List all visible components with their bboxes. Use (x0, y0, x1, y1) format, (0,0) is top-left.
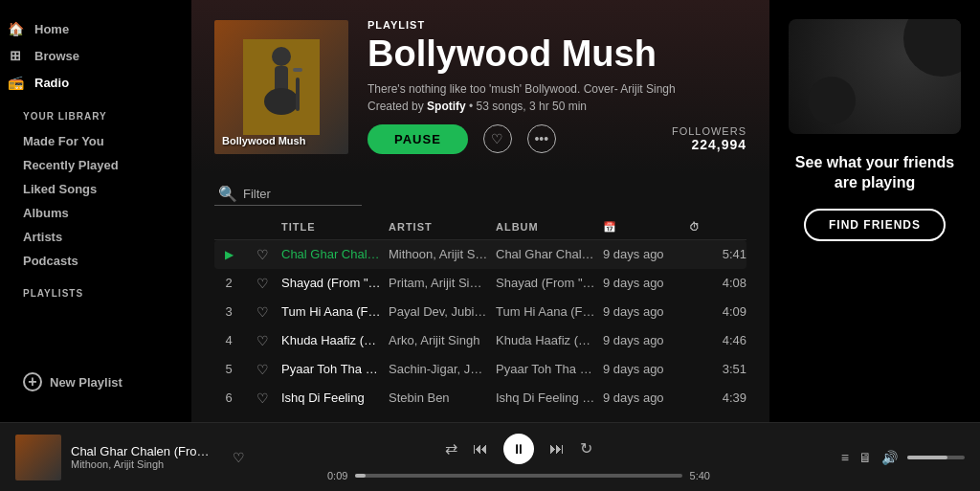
track-title-4: Khuda Haafiz (From "The Body") (281, 333, 389, 347)
like-playlist-button[interactable]: ♡ (483, 124, 512, 153)
track-title-1: Chal Ghar Chalen (From "Malang - Unleash… (281, 247, 389, 261)
track-row[interactable]: 5 ♡ Pyaar Toh Tha (From "Bala") Sachin-J… (214, 355, 746, 384)
shuffle-button[interactable]: ⇄ (445, 439, 457, 458)
followers-info: FOLLOWERS 224,994 (672, 125, 746, 152)
creator-link[interactable]: Spotify (427, 100, 466, 113)
header-num (214, 221, 243, 234)
track-duration-2: 4:08 (689, 276, 746, 290)
right-panel-graphic (789, 19, 961, 134)
header-like (243, 221, 281, 234)
progress-bar[interactable] (355, 474, 681, 478)
volume-bar[interactable] (907, 456, 965, 459)
filter-row: 🔍 (214, 173, 746, 215)
track-header: TITLE ARTIST ALBUM 📅 ⏱ (214, 215, 746, 240)
new-playlist-button[interactable]: + New Playlist (23, 372, 168, 391)
track-row[interactable]: 2 ♡ Shayad (From "Love Aaj Kal") Pritam,… (214, 269, 746, 298)
track-like-button-5[interactable]: ♡ (243, 362, 281, 377)
find-friends-button[interactable]: FIND FRIENDS (804, 209, 946, 241)
sidebar-item-radio[interactable]: 📻Radio (0, 69, 191, 96)
track-title-3: Tum Hi Aana (From "Marjaavaan") (281, 304, 389, 319)
sidebar-library-liked-songs[interactable]: Liked Songs (0, 177, 191, 201)
track-num-3: 3 (214, 304, 243, 319)
track-date-1: 9 days ago (603, 247, 689, 261)
playlist-meta: Created by Spotify • 53 songs, 3 hr 50 m… (368, 100, 746, 113)
sidebar-nav-items: 🏠Home⊞Browse📻Radio (0, 15, 191, 96)
play-pause-button[interactable]: ⏸ (503, 434, 534, 464)
playlist-cover: Bollywood Mush (214, 20, 348, 154)
track-artist-6: Stebin Ben (389, 391, 496, 405)
track-row[interactable]: ▶ ♡ Chal Ghar Chalen (From "Malang - Unl… (214, 240, 746, 269)
playlist-info: PLAYLIST Bollywood Mush There's nothing … (368, 19, 746, 154)
devices-button[interactable]: 🖥 (858, 450, 872, 465)
sidebar-bottom: + New Playlist (0, 357, 191, 407)
sidebar-library-made-for-you[interactable]: Made For You (0, 129, 191, 153)
playlist-song-count: • (469, 100, 477, 113)
created-by-label: Created by (368, 100, 424, 113)
track-num-5: 5 (214, 362, 243, 376)
sidebar-item-label-browse: Browse (34, 49, 79, 63)
track-num-6: 6 (214, 391, 243, 405)
svg-rect-5 (293, 68, 302, 72)
sidebar: 🏠Home⊞Browse📻Radio YOUR LIBRARY Made For… (0, 0, 191, 422)
deco-circle-1 (903, 19, 961, 77)
sidebar-item-browse[interactable]: ⊞Browse (0, 42, 191, 69)
previous-button[interactable]: ⏮ (473, 440, 488, 458)
queue-button[interactable]: ≡ (841, 450, 849, 465)
track-like-button-1[interactable]: ♡ (243, 247, 281, 262)
playlist-description: There's nothing like too 'mush' Bollywoo… (368, 82, 746, 96)
sidebar-library-podcasts[interactable]: Podcasts (0, 249, 191, 273)
new-playlist-label: New Playlist (50, 375, 122, 390)
track-like-button-3[interactable]: ♡ (243, 304, 281, 320)
playlist-duration: 53 songs, 3 hr 50 min (477, 100, 587, 113)
library-items: Made For YouRecently PlayedLiked SongsAl… (0, 129, 191, 273)
filter-input[interactable] (243, 187, 358, 201)
sidebar-library-artists[interactable]: Artists (0, 225, 191, 249)
track-list-container[interactable]: 🔍 TITLE ARTIST ALBUM 📅 ⏱ ▶ ♡ Chal Ghar C… (191, 173, 769, 422)
track-duration-6: 4:39 (689, 391, 746, 405)
next-button[interactable]: ⏭ (549, 440, 565, 458)
playlist-actions: PAUSE ♡ ••• FOLLOWERS 224,994 (368, 124, 746, 154)
track-date-3: 9 days ago (603, 304, 689, 319)
repeat-button[interactable]: ↻ (580, 439, 592, 458)
library-section-title: YOUR LIBRARY (0, 96, 191, 129)
track-num-1: ▶ (214, 247, 243, 261)
volume-fill (907, 456, 947, 459)
now-playing-bar: Chal Ghar Chalen (From "Mal... Mithoon, … (0, 422, 980, 491)
main-layout: 🏠Home⊞Browse📻Radio YOUR LIBRARY Made For… (0, 0, 980, 422)
header-date: 📅 (603, 221, 689, 234)
track-date-4: 9 days ago (603, 333, 689, 347)
track-like-button-6[interactable]: ♡ (243, 391, 281, 406)
track-album-5: Pyaar Toh Tha (From "Bala") (496, 362, 603, 376)
playlist-title: Bollywood Mush (368, 34, 746, 75)
sidebar-item-label-home: Home (34, 22, 69, 36)
svg-rect-4 (296, 78, 300, 111)
cover-art (243, 39, 320, 135)
filter-input-wrap[interactable]: 🔍 (214, 183, 362, 206)
right-panel-title: See what your friends are playing (789, 153, 961, 193)
content-area: Bollywood Mush PLAYLIST Bollywood Mush T… (191, 0, 769, 422)
cover-text: Bollywood Mush (222, 135, 305, 146)
more-options-button[interactable]: ••• (527, 124, 556, 153)
track-row[interactable]: 6 ♡ Ishq Di Feeling Stebin Ben Ishq Di F… (214, 384, 746, 413)
sidebar-library-albums[interactable]: Albums (0, 201, 191, 225)
player-controls: ⇄ ⏮ ⏸ ⏭ ↻ 0:09 5:40 (260, 434, 777, 481)
track-num-2: 2 (214, 276, 243, 290)
radio-icon: 📻 (8, 75, 23, 90)
track-album-4: Khuda Haafiz (From "The ... (496, 333, 603, 347)
volume-icon-button[interactable]: 🔊 (881, 450, 898, 465)
now-playing-info: Chal Ghar Chalen (From "Mal... Mithoon, … (15, 435, 245, 480)
now-playing-like-button[interactable]: ♡ (233, 450, 245, 465)
track-date-5: 9 days ago (603, 362, 689, 376)
track-row[interactable]: 3 ♡ Tum Hi Aana (From "Marjaavaan") Paya… (214, 298, 746, 326)
track-like-button-4[interactable]: ♡ (243, 333, 281, 348)
track-duration-5: 3:51 (689, 362, 746, 376)
track-row[interactable]: 4 ♡ Khuda Haafiz (From "The Body") Arko,… (214, 326, 746, 355)
sidebar-library-recently-played[interactable]: Recently Played (0, 153, 191, 177)
track-like-button-2[interactable]: ♡ (243, 276, 281, 291)
track-album-1: Chal Ghar Chalen (From "... (496, 247, 603, 261)
header-album: ALBUM (496, 221, 603, 234)
pause-button[interactable]: PAUSE (368, 124, 468, 154)
sidebar-item-home[interactable]: 🏠Home (0, 15, 191, 42)
track-date-2: 9 days ago (603, 276, 689, 290)
home-icon: 🏠 (8, 21, 23, 36)
